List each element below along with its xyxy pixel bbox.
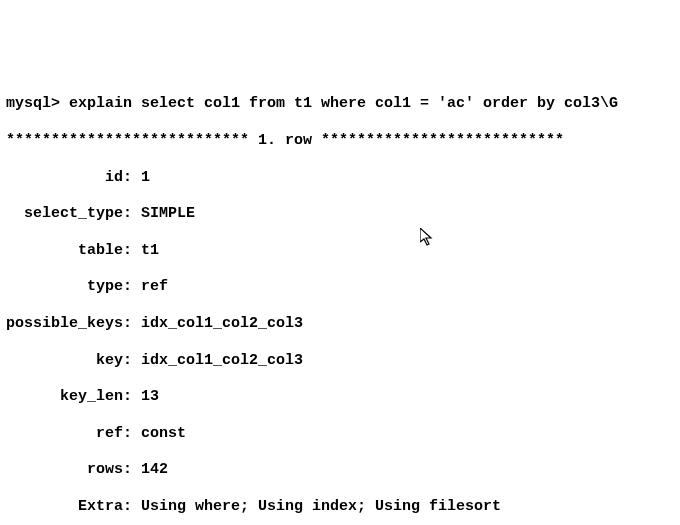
result-possible-keys: idx_col1_col2_col3 — [141, 315, 303, 332]
result-ref: const — [141, 425, 186, 442]
result-key: idx_col1_col2_col3 — [141, 352, 303, 369]
result-line: select_type: SIMPLE — [6, 205, 674, 223]
result-line: key: idx_col1_col2_col3 — [6, 352, 674, 370]
result-select-type: SIMPLE — [141, 205, 195, 222]
result-extra: Using where; Using index; Using filesort — [141, 498, 501, 515]
result-line: type: ref — [6, 278, 674, 296]
result-key-len: 13 — [141, 388, 159, 405]
result-line: possible_keys: idx_col1_col2_col3 — [6, 315, 674, 333]
result-table: t1 — [141, 242, 159, 259]
row-separator: *************************** 1. row *****… — [6, 132, 674, 150]
result-line: table: t1 — [6, 242, 674, 260]
terminal-line: mysql> explain select col1 from t1 where… — [6, 95, 674, 113]
result-line: ref: const — [6, 425, 674, 443]
result-line: rows: 142 — [6, 461, 674, 479]
result-type: ref — [141, 278, 168, 295]
result-line: key_len: 13 — [6, 388, 674, 406]
sql-command: explain select col1 from t1 where col1 =… — [69, 95, 618, 112]
result-line: id: 1 — [6, 169, 674, 187]
result-id: 1 — [141, 169, 150, 186]
result-rows: 142 — [141, 461, 168, 478]
mysql-prompt: mysql> — [6, 95, 60, 112]
result-line: Extra: Using where; Using index; Using f… — [6, 498, 674, 516]
